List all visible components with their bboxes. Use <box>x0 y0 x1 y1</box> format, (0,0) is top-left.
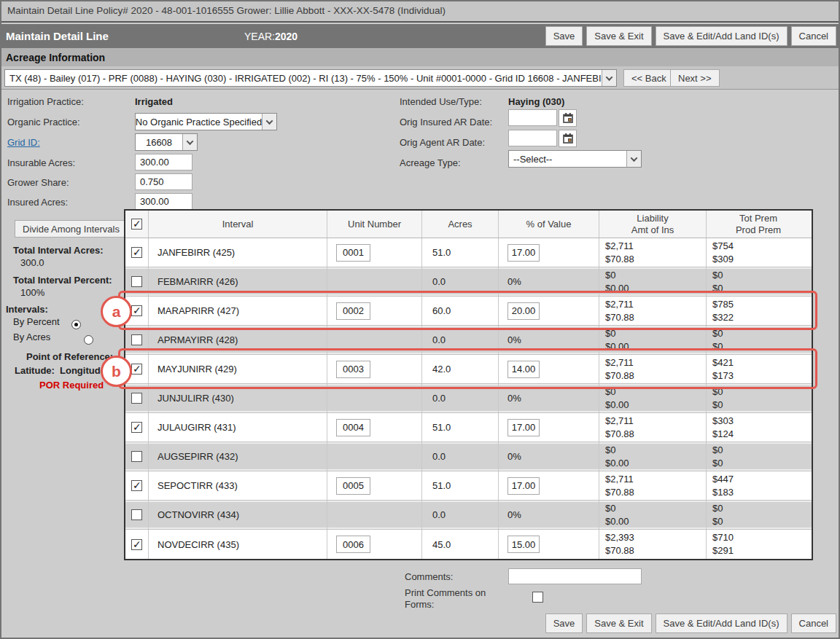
irrigation-practice-label: Irrigation Practice: <box>7 96 84 107</box>
row-checkbox[interactable] <box>131 305 142 316</box>
chevron-down-icon[interactable] <box>262 114 276 130</box>
insurable-acres-label: Insurable Acres: <box>7 157 75 168</box>
liability-amt-cell: $0$0.00 <box>599 501 707 529</box>
acres-value: 51.0 <box>432 422 451 433</box>
maintain-detail-line-window: Maintain Detail Line Policy# 2020 - 48-0… <box>0 0 840 639</box>
row-checkbox[interactable] <box>131 451 142 462</box>
interval-row-augsepirr: AUGSEPIRR (432)0.00%$0$0.00$0$0 <box>125 442 812 471</box>
row-checkbox[interactable] <box>131 393 142 404</box>
acreage-type-select[interactable]: --Select-- <box>508 150 642 168</box>
by-acres-radio[interactable] <box>84 335 93 345</box>
acreage-information-section-header: Acreage Information <box>0 48 840 66</box>
total-interval-acres-value: 300.0 <box>20 257 44 268</box>
acres-value: 0.0 <box>432 393 446 404</box>
liability-amt-cell: $2,393$70.88 <box>599 530 707 559</box>
chevron-down-icon[interactable] <box>182 134 197 150</box>
interval-table-body: JANFEBIRR (425)51.0$2,711$70.88$754$309F… <box>125 238 812 559</box>
year-value: 2020 <box>275 31 298 42</box>
divide-among-intervals-button[interactable]: Divide Among Intervals <box>15 220 128 238</box>
pct-of-value-input[interactable] <box>508 244 540 262</box>
organic-practice-label: Organic Practice: <box>7 117 80 128</box>
interval-row-maraprirr: MARAPRIRR (427)60.0$2,711$70.88$785$322 <box>125 297 812 326</box>
header-checkbox-cell <box>125 211 149 238</box>
row-checkbox[interactable] <box>131 480 142 491</box>
organic-practice-value: No Organic Practice Specified <box>136 114 262 130</box>
save-button[interactable]: Save <box>545 613 583 633</box>
row-checkbox[interactable] <box>131 509 142 520</box>
cancel-button[interactable]: Cancel <box>791 613 836 633</box>
comments-input[interactable] <box>508 568 642 584</box>
save-exit-button[interactable]: Save & Exit <box>586 26 651 46</box>
grid-id-link[interactable]: Grid ID: <box>7 137 40 148</box>
row-checkbox[interactable] <box>131 247 142 258</box>
unit-number-input[interactable] <box>336 361 370 378</box>
row-checkbox[interactable] <box>131 539 142 550</box>
save-exit-button[interactable]: Save & Exit <box>586 613 651 633</box>
interval-label: FEBMARIRR (426) <box>158 276 238 287</box>
unit-number-input[interactable] <box>336 244 370 262</box>
year-field: YEAR:2020 <box>244 24 298 48</box>
premium-cell: $710$291 <box>707 530 810 559</box>
acres-value: 0.0 <box>432 334 446 345</box>
acreage-line-select[interactable]: TX (48) - Bailey (017) - PRF (0088) - HA… <box>4 69 617 87</box>
premium-cell: $0$0 <box>707 326 810 354</box>
row-checkbox[interactable] <box>131 276 142 287</box>
pct-of-value-input[interactable] <box>508 536 540 553</box>
premium-cell: $0$0 <box>707 501 810 529</box>
year-label: YEAR: <box>244 31 275 42</box>
save-button[interactable]: Save <box>545 26 583 46</box>
chevron-down-icon[interactable] <box>602 70 616 86</box>
acres-value: 45.0 <box>432 539 451 550</box>
col-pct-of-value: % of Value <box>499 211 599 238</box>
calendar-icon[interactable] <box>559 109 577 127</box>
unit-number-input[interactable] <box>336 419 370 436</box>
save-edit-add-land-button[interactable]: Save & Edit/Add Land ID(s) <box>656 613 788 633</box>
back-button[interactable]: << Back <box>623 69 674 87</box>
organic-practice-select[interactable]: No Organic Practice Specified <box>135 113 277 130</box>
unit-number-input[interactable] <box>336 477 370 495</box>
orig-agent-ar-date-input[interactable] <box>508 130 557 146</box>
intended-use-value: Haying (030) <box>508 96 564 107</box>
col-unit-number: Unit Number <box>327 211 422 238</box>
interval-label: AUGSEPIRR (432) <box>158 451 238 462</box>
liability-amt-cell: $2,711$70.88 <box>599 471 707 500</box>
page-title: Maintain Detail Line <box>0 30 109 42</box>
grid-id-select[interactable]: 16608 <box>135 133 198 151</box>
interval-row-junjulirr: JUNJULIRR (430)0.00%$0$0.00$0$0 <box>125 384 812 413</box>
orig-insured-ar-date-input[interactable] <box>508 109 557 126</box>
intervals-label: Intervals: <box>6 304 48 315</box>
save-edit-add-land-button[interactable]: Save & Edit/Add Land ID(s) <box>656 26 788 46</box>
acreage-type-value: --Select-- <box>509 151 626 167</box>
select-all-checkbox[interactable] <box>131 219 142 230</box>
col-liability: Liability Amt of Ins <box>599 211 707 238</box>
premium-cell: $447$183 <box>707 471 810 500</box>
print-comments-checkbox[interactable] <box>532 592 543 603</box>
section-title: Acreage Information <box>0 52 105 63</box>
unit-number-input[interactable] <box>336 536 370 553</box>
liability-amt-cell: $0$0.00 <box>599 384 707 412</box>
interval-row-octnovirr: OCTNOVIRR (434)0.00%$0$0.00$0$0 <box>125 501 812 530</box>
pct-of-value-input[interactable] <box>508 302 540 320</box>
row-checkbox[interactable] <box>131 334 142 345</box>
row-checkbox[interactable] <box>131 422 142 433</box>
interval-row-febmarirr: FEBMARIRR (426)0.00%$0$0.00$0$0 <box>125 267 812 297</box>
insurable-acres-input[interactable] <box>135 154 192 170</box>
interval-label: JULAUGIRR (431) <box>158 422 236 433</box>
chevron-down-icon[interactable] <box>626 151 641 167</box>
liability-amt-cell: $2,711$70.88 <box>599 413 707 442</box>
grid-id-value: 16608 <box>136 134 182 150</box>
pct-of-value-input[interactable] <box>508 361 540 378</box>
insured-acres-input[interactable] <box>135 193 192 210</box>
by-acres-label: By Acres <box>13 332 50 342</box>
next-button[interactable]: Next >> <box>670 69 720 87</box>
insured-acres-label: Insured Acres: <box>7 197 68 208</box>
row-checkbox[interactable] <box>131 364 142 375</box>
pct-of-value-input[interactable] <box>508 477 540 495</box>
calendar-icon[interactable] <box>559 130 577 147</box>
grower-share-input[interactable] <box>135 173 192 190</box>
por-required-warning: POR Required <box>39 380 104 391</box>
by-percent-radio[interactable] <box>71 320 81 329</box>
unit-number-input[interactable] <box>336 302 370 320</box>
cancel-button[interactable]: Cancel <box>791 26 836 46</box>
pct-of-value-input[interactable] <box>508 419 540 436</box>
